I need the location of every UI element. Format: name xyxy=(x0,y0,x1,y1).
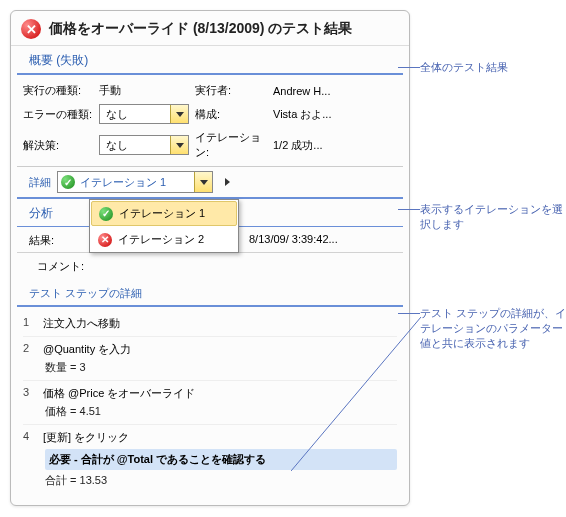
fail-icon: ✕ xyxy=(98,233,112,247)
test-step: 4 [更新] をクリック 必要 - 合計が @Total であることを確認する … xyxy=(23,425,397,493)
step-text: 注文入力へ移動 xyxy=(43,316,397,331)
chevron-down-icon xyxy=(176,143,184,148)
result-label: 結果: xyxy=(29,233,79,248)
check-icon: ✓ xyxy=(61,175,75,189)
step-text: @Quantity を入力 xyxy=(43,342,397,357)
dropdown-button[interactable] xyxy=(194,172,212,192)
fail-icon: ✕ xyxy=(21,19,41,39)
config-value: Vista およ... xyxy=(273,107,397,122)
steps-list: 1 注文入力へ移動 2 @Quantity を入力 数量 = 3 3 価格 @P… xyxy=(11,307,409,497)
check-icon: ✓ xyxy=(99,207,113,221)
iteration-option-label: イテレーション 2 xyxy=(118,232,204,247)
resolution-label: 解決策: xyxy=(23,138,93,153)
annotation-steps: テスト ステップの詳細が、イテレーションのパラメーター値と共に表示されます xyxy=(420,306,566,351)
resolution-selected: なし xyxy=(106,138,128,153)
test-step: 1 注文入力へ移動 xyxy=(23,311,397,337)
chevron-right-icon xyxy=(225,178,230,186)
iteration-option[interactable]: ✓ イテレーション 1 xyxy=(91,201,237,226)
steps-section[interactable]: テスト ステップの詳細 xyxy=(17,280,403,307)
step-text: [更新] をクリック xyxy=(43,430,397,445)
step-param: 合計 = 13.53 xyxy=(45,473,397,488)
chevron-down-icon xyxy=(200,180,208,185)
test-result-panel: ✕ 価格をオーバーライド (8/13/2009) のテスト結果 概要 (失敗) … xyxy=(10,10,410,506)
chevron-down-icon xyxy=(176,112,184,117)
test-step: 2 @Quantity を入力 数量 = 3 xyxy=(23,337,397,381)
iteration-menu: ✓ イテレーション 1 ✕ イテレーション 2 xyxy=(89,199,239,253)
comment-label: コメント: xyxy=(37,259,84,274)
dropdown-button[interactable] xyxy=(170,136,188,154)
iteration-label: イテレーション: xyxy=(195,130,267,160)
step-expected: 必要 - 合計が @Total であることを確認する xyxy=(45,449,397,470)
iteration-option-label: イテレーション 1 xyxy=(119,206,205,221)
resolution-dropdown[interactable]: なし xyxy=(99,135,189,155)
overview-section[interactable]: 概要 (失敗) xyxy=(17,46,403,75)
iteration-option[interactable]: ✕ イテレーション 2 xyxy=(90,227,238,252)
iteration-value: 1/2 成功... xyxy=(273,138,397,153)
annotation-iteration: 表示するイテレーションを選択します xyxy=(420,202,566,232)
runner-label: 実行者: xyxy=(195,83,267,98)
step-text: 価格 @Price をオーバーライド xyxy=(43,386,397,401)
step-number: 1 xyxy=(23,316,35,331)
next-iteration-button[interactable] xyxy=(219,178,235,186)
step-param: 数量 = 3 xyxy=(45,360,397,375)
overview-grid: 実行の種類: 手動 実行者: Andrew H... エラーの種類: なし 構成… xyxy=(11,75,409,166)
comment-row: コメント: xyxy=(11,253,409,280)
run-type-value: 手動 xyxy=(99,83,189,98)
error-type-dropdown[interactable]: なし xyxy=(99,104,189,124)
error-type-selected: なし xyxy=(106,107,128,122)
iteration-selected: イテレーション 1 xyxy=(80,175,194,190)
test-step: 3 価格 @Price をオーバーライド 価格 = 4.51 xyxy=(23,381,397,425)
panel-header: ✕ 価格をオーバーライド (8/13/2009) のテスト結果 xyxy=(11,11,409,46)
annotation-overall: 全体のテスト結果 xyxy=(420,60,566,75)
error-type-label: エラーの種類: xyxy=(23,107,93,122)
detail-section: 詳細 ✓ イテレーション 1 xyxy=(17,166,403,199)
dropdown-button[interactable] xyxy=(170,105,188,123)
step-param: 価格 = 4.51 xyxy=(45,404,397,419)
detail-label[interactable]: 詳細 xyxy=(29,175,51,190)
step-number: 3 xyxy=(23,386,35,401)
panel-title: 価格をオーバーライド (8/13/2009) のテスト結果 xyxy=(49,20,352,38)
run-type-label: 実行の種類: xyxy=(23,83,93,98)
config-label: 構成: xyxy=(195,107,267,122)
step-number: 4 xyxy=(23,430,35,445)
runner-value: Andrew H... xyxy=(273,85,397,97)
iteration-dropdown[interactable]: ✓ イテレーション 1 xyxy=(57,171,213,193)
step-number: 2 xyxy=(23,342,35,357)
start-value: 8/13/09/ 3:39:42... xyxy=(249,233,391,248)
